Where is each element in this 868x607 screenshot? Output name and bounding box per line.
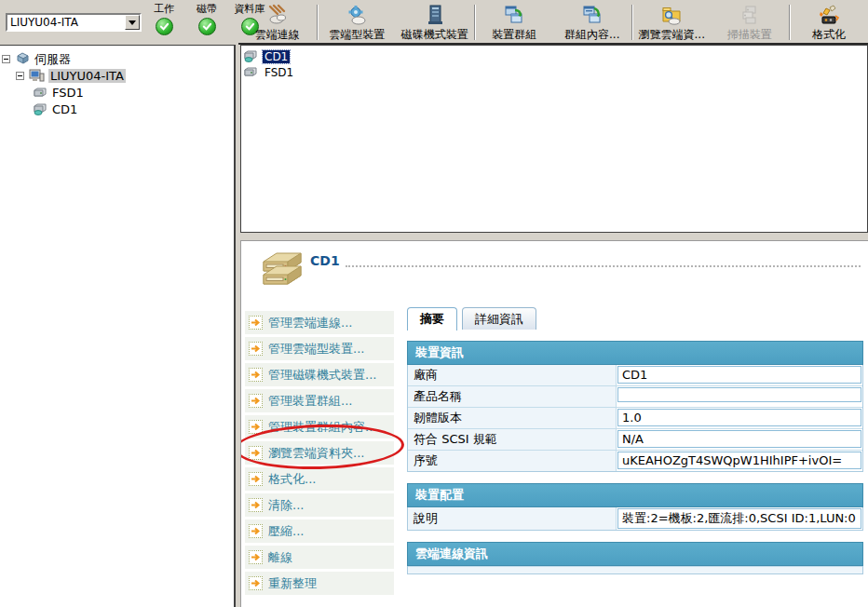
empty-row — [408, 566, 862, 573]
toolbar-button-browse-cloud[interactable]: 瀏覽雲端資... — [633, 2, 712, 43]
toolbar-button-format[interactable]: 格式化 — [791, 2, 868, 43]
table-row: 說明 裝置:2=機板:2,匯流排:0,SCSI ID:1,LUN:0 — [408, 507, 862, 530]
toolbar-label: 瀏覽雲端資... — [639, 27, 705, 43]
tree-node-cd1[interactable]: CD1 — [33, 101, 232, 117]
chevron-down-icon — [129, 20, 136, 25]
device-detail-panel: CD1 管理雲端連線... 管理雲端型裝置... 管理磁碟機式裝置... 管理裝… — [240, 240, 868, 607]
table-row: 序號 uKEAHOZgT4SWQpW1HIhIPF+ivOI= — [408, 450, 862, 471]
cloud-device-icon — [346, 4, 368, 26]
toolbar-button-cloud-connect[interactable]: 雲端連線 — [238, 2, 317, 43]
section-device-config: 裝置配置 說明 裝置:2=機板:2,匯流排:0,SCSI ID:1,LUN:0 — [407, 483, 863, 531]
menu-offline[interactable]: 離線 — [245, 546, 394, 569]
orange-arrow-icon — [249, 420, 263, 434]
table-row: 廠商 CD1 — [408, 365, 862, 385]
toolbar-label: 裝置群組 — [492, 27, 536, 43]
collapse-expander-icon[interactable] — [16, 72, 24, 80]
device-group-icon — [503, 4, 525, 26]
menu-browse-cloud-folder[interactable]: 瀏覽雲端資料夾... — [245, 441, 394, 465]
app-window: LIUYU04-ITA 工作 磁帶 資料庫 — [0, 0, 868, 607]
toolbar-label: 磁碟機式裝置 — [401, 27, 468, 43]
orange-arrow-icon — [249, 576, 263, 590]
status-job: 工作 — [147, 2, 181, 35]
field-value — [617, 387, 861, 402]
toolbar-label: 雲端連線 — [255, 27, 300, 43]
cloud-drive-icon — [33, 102, 48, 116]
menu-refresh[interactable]: 重新整理 — [245, 572, 394, 595]
tab-summary[interactable]: 摘要 — [407, 307, 457, 330]
status-ok-icon — [198, 18, 216, 35]
table-row: 韌體版本 1.0 — [408, 407, 862, 428]
combobox-dropdown-button[interactable] — [125, 15, 140, 30]
orange-arrow-icon — [249, 342, 263, 356]
menu-manage-device-group[interactable]: 管理裝置群組... — [245, 389, 394, 412]
field-label: 產品名稱 — [408, 386, 617, 407]
toolbar-button-group-content[interactable]: 群組內容... — [553, 2, 631, 43]
field-value: 裝置:2=機板:2,匯流排:0,SCSI ID:1,LUN:0 — [617, 508, 861, 529]
field-value: N/A — [617, 430, 861, 448]
table-row: 符合 SCSI 規範 N/A — [408, 428, 862, 450]
cloud-drive-icon — [243, 49, 259, 63]
toolbar-label: 群組內容... — [564, 27, 619, 43]
menu-manage-disk-device[interactable]: 管理磁碟機式裝置... — [245, 363, 394, 386]
drive-icon — [243, 65, 259, 79]
orange-arrow-icon — [249, 524, 263, 538]
format-icon — [818, 4, 840, 26]
device-list-item-cd1[interactable]: CD1 — [243, 48, 865, 64]
orange-arrow-icon — [249, 446, 263, 460]
tree-label-cd1: CD1 — [52, 102, 77, 116]
tree-label-server: LIUYU04-ITA — [48, 69, 126, 83]
toolbar: 雲端連線 雲端型裝置 — [238, 0, 868, 45]
menu-manage-cloud-connection[interactable]: 管理雲端連線... — [245, 311, 394, 334]
orange-arrow-icon — [249, 550, 263, 564]
section-cloud-connection-info: 雲端連線資訊 — [407, 542, 863, 574]
detail-title: CD1 — [310, 253, 340, 268]
collapse-expander-icon[interactable] — [2, 55, 10, 63]
field-label: 序號 — [408, 451, 617, 471]
menu-format[interactable]: 格式化... — [245, 467, 394, 491]
action-menu: 管理雲端連線... 管理雲端型裝置... 管理磁碟機式裝置... 管理裝置群組.… — [245, 311, 394, 598]
section-header: 裝置配置 — [407, 483, 863, 507]
device-drive-stack-icon — [256, 247, 308, 302]
title-divider — [346, 265, 861, 267]
field-label: 符合 SCSI 規範 — [408, 429, 617, 450]
field-label: 廠商 — [408, 365, 617, 385]
tree-node-fsd1[interactable]: FSD1 — [33, 85, 232, 101]
tree-node-server[interactable]: LIUYU04-ITA — [16, 68, 232, 84]
section-header: 雲端連線資訊 — [407, 542, 863, 566]
server-combobox[interactable]: LIUYU04-ITA — [6, 13, 142, 32]
toolbar-button-device-group[interactable]: 裝置群組 — [476, 2, 554, 43]
orange-arrow-icon — [249, 316, 263, 330]
menu-manage-group-content[interactable]: 管理裝置群組內容... — [245, 415, 394, 438]
field-label: 說明 — [408, 507, 617, 530]
cloud-connect-icon — [266, 4, 289, 26]
field-value: CD1 — [617, 366, 861, 384]
server-tree-panel: 伺服器 LIUYU04-ITA FSD1 — [0, 45, 236, 607]
toolbar-button-scan-device: 掃描裝置 — [711, 2, 789, 43]
menu-erase[interactable]: 清除... — [245, 493, 394, 517]
group-content-icon — [581, 4, 604, 26]
tab-details[interactable]: 詳細資訊 — [462, 307, 536, 330]
menu-compress[interactable]: 壓縮... — [245, 519, 394, 543]
toolbar-button-cloud-device[interactable]: 雲端型裝置 — [319, 2, 397, 43]
device-list-item-fsd1[interactable]: FSD1 — [243, 64, 865, 80]
device-list-panel: CD1 FSD1 — [240, 45, 868, 233]
detail-content: 摘要 詳細資訊 裝置資訊 廠商 CD1 產品名稱 — [407, 308, 865, 574]
field-label: 韌體版本 — [408, 408, 617, 428]
toolbar-label: 格式化 — [812, 27, 846, 43]
toolbar-label: 雲端型裝置 — [329, 27, 385, 43]
section-device-info: 裝置資訊 廠商 CD1 產品名稱 韌體版本 1.0 符合 — [407, 341, 863, 472]
tree-node-servers[interactable]: 伺服器 — [2, 51, 232, 67]
toolbar-label: 掃描裝置 — [727, 27, 772, 43]
detail-tabs: 摘要 詳細資訊 — [407, 308, 865, 330]
disk-device-icon — [424, 4, 446, 26]
status-tape: 磁帶 — [190, 2, 224, 35]
toolbar-button-disk-device[interactable]: 磁碟機式裝置 — [396, 2, 474, 43]
server-combobox-value: LIUYU04-ITA — [7, 16, 125, 29]
menu-manage-cloud-device[interactable]: 管理雲端型裝置... — [245, 337, 394, 360]
computer-icon — [29, 69, 45, 83]
scan-device-icon — [739, 4, 761, 26]
servers-icon — [15, 52, 31, 66]
tree-label-fsd1: FSD1 — [52, 86, 84, 100]
device-list-label: FSD1 — [263, 66, 295, 79]
orange-arrow-icon — [249, 394, 263, 408]
